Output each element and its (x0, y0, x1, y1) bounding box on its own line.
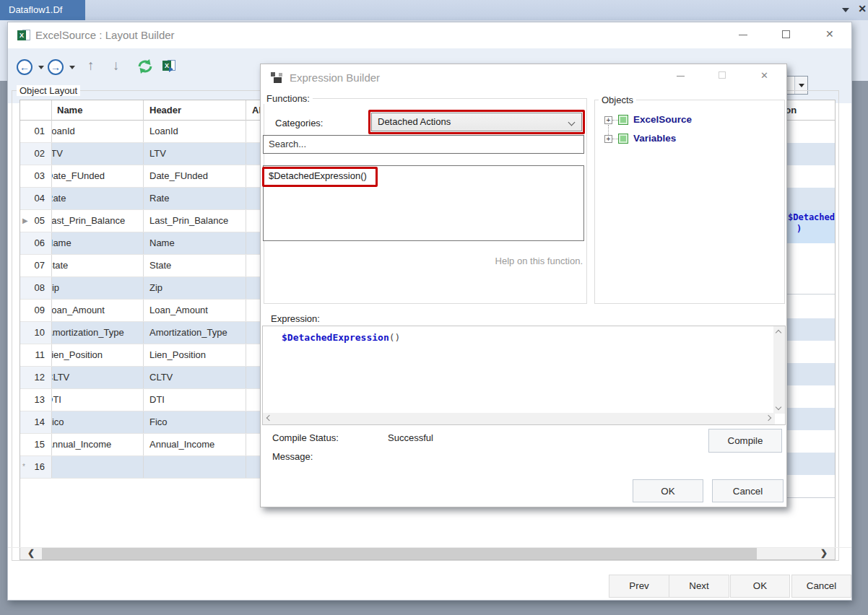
tree-node-variables[interactable]: + Variables (604, 133, 749, 146)
refresh-icon[interactable] (136, 58, 154, 77)
name-cell[interactable]: LoanId (52, 121, 144, 142)
row-number-cell[interactable]: 14 (20, 411, 52, 433)
prev-button[interactable]: Prev (609, 575, 669, 598)
help-link[interactable]: Help on this function. (495, 256, 583, 266)
header-cell[interactable]: Loan_Amount (144, 300, 246, 321)
name-cell[interactable]: CLTV (52, 367, 144, 388)
header-cell[interactable]: Amortization_Type (144, 322, 246, 344)
row-number-cell[interactable]: 06 (20, 232, 52, 254)
scrollbar-thumb[interactable] (42, 547, 757, 560)
grid-horizontal-scrollbar[interactable]: ❮ ❯ (20, 547, 835, 560)
tree-node-label[interactable]: Variables (633, 133, 676, 144)
header-cell[interactable]: Zip (144, 277, 246, 299)
forward-dropdown-icon[interactable] (69, 66, 75, 69)
function-list-item[interactable]: $DetachedExpression() (269, 170, 367, 181)
scroll-down-icon[interactable] (776, 404, 781, 410)
name-cell[interactable]: Date_FUnded (52, 165, 144, 187)
tree-node-label[interactable]: ExcelSource (633, 114, 692, 125)
column-header-header[interactable]: Header (144, 100, 246, 121)
dialog-ok-button[interactable]: OK (633, 479, 703, 502)
name-cell[interactable]: Last_Prin_Balance (52, 210, 144, 232)
header-cell[interactable]: Last_Prin_Balance (144, 210, 246, 232)
header-cell[interactable]: Name (144, 232, 246, 254)
row-selector-header[interactable] (20, 100, 52, 121)
row-number-cell[interactable]: 08 (20, 277, 52, 299)
name-cell[interactable]: State (52, 255, 144, 276)
header-cell[interactable]: DTI (144, 389, 246, 411)
name-cell[interactable]: Name (52, 232, 144, 254)
header-cell[interactable]: Lien_Position (144, 344, 246, 366)
next-button[interactable]: Next (669, 575, 729, 598)
header-cell[interactable]: Rate (144, 188, 246, 209)
categories-value: Detached Actions (378, 116, 451, 127)
tab-dataflow1[interactable]: Dataflow1.Df (0, 0, 85, 20)
row-number-cell[interactable]: 10 (20, 322, 52, 344)
name-cell[interactable] (52, 456, 144, 478)
back-icon[interactable]: ← (17, 59, 32, 75)
column-header-name[interactable]: Name (52, 100, 144, 121)
back-dropdown-icon[interactable] (38, 66, 44, 69)
row-number-cell[interactable]: 16 (20, 456, 52, 478)
categories-combobox[interactable]: Detached Actions (371, 113, 582, 131)
row-number-cell[interactable]: 13 (20, 389, 52, 411)
move-up-icon[interactable]: ↑ (87, 58, 95, 74)
row-number-cell[interactable]: 09 (20, 300, 52, 321)
row-number-cell[interactable]: 11 (20, 344, 52, 366)
expression-horizontal-scrollbar[interactable] (263, 413, 775, 424)
row-number-cell[interactable]: 01 (20, 121, 52, 142)
scroll-left-icon[interactable]: ❮ (20, 547, 42, 560)
compile-button[interactable]: Compile (708, 429, 782, 453)
chevron-down-icon (568, 119, 576, 126)
name-cell[interactable]: Rate (52, 188, 144, 209)
name-cell[interactable]: Lien_Position (52, 344, 144, 366)
close-button[interactable]: ✕ (825, 28, 834, 40)
maximize-button[interactable] (782, 28, 790, 38)
move-down-icon[interactable]: ↓ (113, 58, 120, 74)
header-cell[interactable]: Fico (144, 411, 246, 433)
name-cell-text: Zip (52, 277, 59, 299)
expression-editor[interactable]: $DetachedExpression() (262, 326, 786, 425)
tab-close-icon[interactable]: ✕ (858, 3, 867, 14)
row-number-cell[interactable]: 07 (20, 255, 52, 276)
name-cell[interactable]: Annual_Income (52, 434, 144, 455)
ok-button[interactable]: OK (730, 575, 790, 598)
name-cell[interactable]: Amortization_Type (52, 322, 144, 344)
header-cell[interactable] (144, 456, 246, 478)
row-number-cell[interactable]: 12 (20, 367, 52, 388)
scroll-left-icon[interactable] (266, 415, 272, 421)
name-cell[interactable]: Fico (52, 411, 144, 433)
export-excel-icon[interactable]: X (162, 59, 176, 71)
row-number-cell[interactable]: 02 (20, 143, 52, 165)
header-cell[interactable]: LTV (144, 143, 246, 165)
header-cell[interactable]: State (144, 255, 246, 276)
expression-vertical-scrollbar[interactable] (773, 326, 785, 414)
name-cell[interactable]: Loan_Amount (52, 300, 144, 321)
scroll-right-icon[interactable] (765, 415, 771, 421)
tab-list-dropdown-icon[interactable] (842, 8, 849, 12)
header-cell[interactable]: Date_FUnded (144, 165, 246, 187)
dialog-minimize-button[interactable] (677, 70, 685, 77)
forward-icon[interactable]: → (48, 59, 64, 75)
row-number-cell[interactable]: 05 (20, 210, 52, 232)
expand-plus-icon[interactable]: + (604, 135, 612, 143)
minimize-button[interactable] (739, 28, 747, 35)
tree-node-excelsource[interactable]: + ExcelSource (604, 114, 749, 127)
row-number-cell[interactable]: 15 (20, 434, 52, 455)
cancel-button[interactable]: Cancel (791, 575, 851, 598)
row-number-cell[interactable]: 03 (20, 165, 52, 187)
name-cell-text: Amortization_Type (52, 322, 124, 344)
scroll-up-icon[interactable] (776, 330, 781, 336)
dialog-close-button[interactable]: ✕ (760, 70, 768, 81)
header-cell[interactable]: CLTV (144, 367, 246, 388)
header-cell[interactable]: Annual_Income (144, 434, 246, 455)
row-number-cell[interactable]: 04 (20, 188, 52, 209)
name-cell[interactable]: LTV (52, 143, 144, 165)
search-input[interactable]: Search... (263, 135, 584, 154)
scroll-right-icon[interactable]: ❯ (813, 547, 835, 560)
header-cell[interactable]: LoanId (144, 121, 246, 142)
expand-plus-icon[interactable]: + (604, 116, 612, 124)
name-cell[interactable]: DTI (52, 389, 144, 411)
function-list[interactable]: $DetachedExpression() (263, 165, 584, 241)
dialog-cancel-button[interactable]: Cancel (712, 479, 784, 502)
name-cell[interactable]: Zip (52, 277, 144, 299)
